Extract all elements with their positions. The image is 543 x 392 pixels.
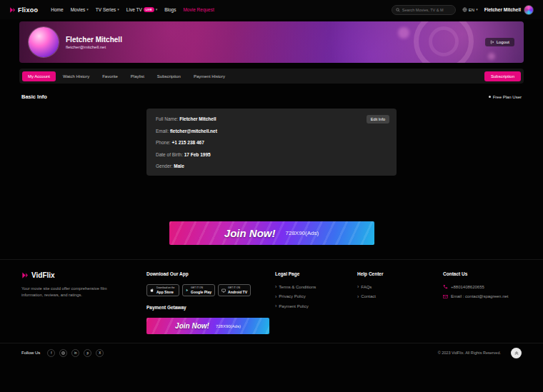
brand-logo-icon [9, 6, 16, 14]
footer-description: Your movie site could offer comprehensiv… [21, 286, 114, 298]
pinterest-icon[interactable]: p [84, 349, 91, 357]
app-badges: Download on the App Store GET IT ON Goog… [146, 284, 275, 296]
field-dob: Date of Birth: 17 Feb 1995 [156, 152, 387, 157]
top-navbar: Flixoo Home Movies▾ TV Series▾ Live TVLI… [0, 0, 543, 19]
contact-phone-row[interactable]: +8801408620655 [443, 284, 522, 289]
android-tv-badge[interactable]: GET IT ON Android TV [218, 284, 251, 296]
link-terms-conditions[interactable]: ›Terms & Conditions [275, 284, 357, 289]
plan-badge-label: Free Plan User [493, 95, 522, 99]
nav-item-home[interactable]: Home [51, 7, 63, 12]
nav-item-movies-label: Movies [71, 7, 86, 12]
nav-item-movie-request-label: Movie Request [183, 7, 214, 12]
phone-icon [443, 284, 448, 289]
payment-ad-banner[interactable]: Join Now! 728X90(Ads) [146, 318, 269, 334]
field-gender-label: Gender: [156, 164, 173, 169]
footer-brand-name: VidFlix [31, 271, 55, 279]
help-center-title: Help Center [357, 271, 443, 276]
brand-logo[interactable]: Flixoo [9, 6, 38, 14]
brand-logo-text: Flixoo [18, 6, 38, 14]
edit-info-button[interactable]: Edit Info [367, 115, 389, 124]
facebook-icon[interactable]: f [47, 349, 55, 357]
language-selector[interactable]: EN ▾ [462, 7, 478, 12]
footer-logo[interactable]: VidFlix [21, 271, 146, 279]
profile-name: Fletcher Mitchell [66, 36, 122, 44]
ad-banner[interactable]: Join Now! 728X90(Ads) [169, 221, 374, 245]
copyright-text: © 2023 VidFlix. All Rights Reserved. [438, 351, 501, 355]
chevron-right-icon: › [275, 294, 277, 299]
navbar-right: EN ▾ Fletcher Mitchell [392, 5, 534, 15]
user-menu[interactable]: Fletcher Mitchell [484, 5, 534, 15]
search-box[interactable] [392, 5, 456, 15]
instagram-icon[interactable] [59, 349, 67, 357]
ad-banner-title: Join Now! [224, 227, 276, 239]
tab-subscription[interactable]: Subscription [151, 71, 186, 81]
nav-item-tv-series-label: TV Series [96, 7, 116, 12]
field-full-name-value: Fletcher Mitchell [179, 116, 216, 121]
footer-contact-column: Contact Us +8801408620655 Email : contac… [443, 271, 522, 334]
nav-item-home-label: Home [51, 7, 63, 12]
user-avatar [524, 5, 534, 15]
link-faqs-label: FAQs [361, 285, 372, 289]
logout-button[interactable]: Logout [485, 38, 514, 46]
live-badge: LIVE [144, 7, 154, 12]
x-twitter-glyph: X [99, 351, 101, 355]
footer-legal-column: Legal Page ›Terms & Conditions ›Privacy … [275, 271, 357, 334]
footer-brand-column: VidFlix Your movie site could offer comp… [21, 271, 146, 334]
field-gender: Gender: Male [156, 164, 387, 169]
field-phone: Phone: +1 215 238 467 [156, 140, 387, 145]
contact-email-row[interactable]: Email : contact@spagreen.net [443, 294, 522, 299]
payment-ad-size-label: 728X90(Ads) [216, 324, 241, 328]
language-label: EN [469, 8, 474, 12]
footer-download-column: Download Our App Download on the App Sto… [146, 271, 275, 334]
link-faqs[interactable]: ›FAQs [357, 284, 443, 289]
plan-dot-icon [489, 96, 491, 98]
logout-icon [490, 40, 494, 44]
nav-item-blogs-label: Blogs [164, 7, 176, 12]
chevron-down-icon: ▾ [476, 8, 478, 11]
nav-item-tv-series[interactable]: TV Series▾ [96, 7, 119, 12]
chevron-right-icon: › [275, 303, 277, 308]
scroll-to-top-button[interactable] [511, 348, 522, 358]
google-play-badge[interactable]: GET IT ON Google Play [182, 284, 215, 296]
pinterest-glyph: p [87, 351, 89, 355]
field-email-label: Email: [156, 129, 169, 134]
tab-my-account[interactable]: My Account [22, 71, 56, 81]
search-icon [396, 8, 400, 12]
chevron-down-icon: ▾ [86, 8, 89, 11]
chevron-down-icon: ▾ [156, 8, 158, 11]
subscription-button[interactable]: Subscription [484, 71, 521, 81]
contact-email-value: Email : contact@spagreen.net [451, 294, 508, 298]
link-privacy-policy-label: Privacy Policy [279, 294, 305, 298]
nav-item-blogs[interactable]: Blogs [164, 7, 176, 12]
profile-avatar [29, 27, 59, 57]
link-contact[interactable]: ›Contact [357, 294, 443, 299]
bokeh-decoration [398, 27, 409, 39]
film-reel-decoration [414, 21, 474, 63]
footer-help-column: Help Center ›FAQs ›Contact [357, 271, 443, 334]
search-input[interactable] [402, 8, 452, 12]
app-store-badge[interactable]: Download on the App Store [146, 284, 179, 296]
account-tab-bar: My Account Watch History Favorite Playli… [19, 69, 524, 84]
tab-playlist[interactable]: Playlist [125, 71, 150, 81]
chevron-right-icon: › [275, 284, 277, 289]
nav-item-live-tv[interactable]: Live TVLIVE▾ [126, 7, 157, 12]
field-phone-value: +1 215 238 467 [171, 140, 204, 145]
android-tv-badge-big: Android TV [228, 290, 247, 294]
footer: VidFlix Your movie site could offer comp… [0, 259, 543, 334]
tab-watch-history[interactable]: Watch History [57, 71, 95, 81]
android-tv-icon [221, 288, 226, 293]
google-play-badge-big: Google Play [191, 290, 211, 294]
nav-item-movies[interactable]: Movies▾ [71, 7, 89, 12]
field-gender-value: Male [174, 164, 184, 169]
tab-favorite[interactable]: Favorite [96, 71, 124, 81]
nav-item-movie-request[interactable]: Movie Request [183, 7, 214, 12]
user-name-label: Fletcher Mitchell [484, 7, 521, 12]
tab-payment-history[interactable]: Payment History [188, 71, 231, 81]
link-privacy-policy[interactable]: ›Privacy Policy [275, 294, 357, 299]
x-twitter-icon[interactable]: X [96, 349, 104, 357]
field-email: Email: fletcher@mitchell.net [156, 129, 387, 134]
basic-info-card: Edit Info Full Name: Fletcher Mitchell E… [146, 109, 397, 176]
link-payment-policy[interactable]: ›Payment Policy [275, 303, 357, 308]
linkedin-icon[interactable]: in [71, 349, 79, 357]
instagram-glyph [61, 351, 65, 355]
